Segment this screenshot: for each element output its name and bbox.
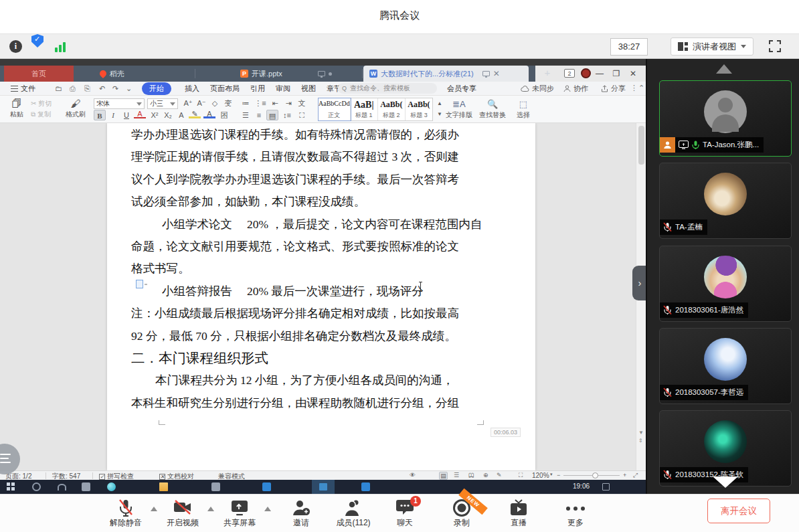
menu-page-layout[interactable]: 页面布局: [210, 84, 240, 94]
collab-button[interactable]: 协作: [563, 84, 588, 94]
participant-tile[interactable]: 2018303057-李哲远: [659, 328, 792, 404]
highlight-button[interactable]: ✎: [189, 110, 201, 118]
file-menu[interactable]: 文件: [11, 84, 35, 94]
ribbon-more-icon[interactable]: ⋮: [630, 84, 638, 92]
paste-button[interactable]: 🗍 粘贴: [5, 98, 28, 119]
style-heading1[interactable]: AaB| 标题 1: [351, 98, 378, 120]
font-name-select[interactable]: 宋体: [94, 98, 145, 109]
bullet-list-icon[interactable]: ≔: [240, 98, 252, 108]
increase-indent-icon[interactable]: ⇥: [282, 98, 294, 108]
decrease-indent-icon[interactable]: ⇤: [269, 98, 281, 108]
zoom-level[interactable]: 120%: [532, 472, 549, 479]
fit-page-icon[interactable]: ⛶: [519, 472, 523, 479]
zoom-in-icon[interactable]: +: [623, 472, 626, 478]
new-tab-button[interactable]: +: [541, 67, 554, 78]
font-size-select[interactable]: 小三: [147, 98, 178, 109]
align-left-icon[interactable]: ☰: [240, 110, 252, 120]
typeset-tool-button[interactable]: ≣A 文字排版: [444, 99, 474, 120]
eye-preview-icon[interactable]: 👁: [410, 472, 416, 478]
app-icon[interactable]: [262, 482, 271, 491]
participant-tile[interactable]: 2018303061-唐浩然: [659, 246, 792, 322]
document-page[interactable]: 学办办理退选该门课程的手续。如有特殊情况需请假的，必须办 理学院正规的请假手续，…: [107, 123, 535, 470]
pin-tab-icon[interactable]: [482, 71, 490, 76]
security-shield-icon[interactable]: [31, 34, 43, 48]
people-icon[interactable]: [58, 484, 66, 491]
zoom-menu-icon[interactable]: ▾: [550, 472, 553, 477]
sidebar-expand-handle[interactable]: ›: [632, 266, 646, 300]
zoom-slider-knob[interactable]: [592, 472, 598, 478]
view-mode-button[interactable]: 演讲者视图: [671, 37, 753, 56]
menu-home[interactable]: 开始: [142, 82, 171, 95]
scroll-page-icon[interactable]: ⇕: [638, 438, 643, 444]
live-stream-button[interactable]: 直播: [495, 499, 543, 529]
wps-account-avatar[interactable]: [581, 68, 591, 78]
menu-references[interactable]: 引用: [250, 84, 265, 94]
search-circle-icon[interactable]: [32, 482, 41, 491]
video-options-arrow[interactable]: [207, 507, 214, 511]
more-button[interactable]: 更多: [551, 499, 600, 529]
cortana-icon[interactable]: [107, 482, 116, 491]
redo-icon[interactable]: ↷: [112, 84, 118, 93]
find-replace-button[interactable]: 🔍 查找替换: [478, 99, 507, 120]
asian-layout-icon[interactable]: 文: [296, 98, 308, 108]
underline-button[interactable]: U: [120, 110, 132, 120]
char-border-icon[interactable]: 囨: [218, 110, 230, 120]
scroll-down-icon[interactable]: ▼: [638, 430, 644, 436]
zoom-out-icon[interactable]: −: [557, 472, 560, 478]
start-video-button[interactable]: 开启视频: [159, 499, 207, 529]
share-button[interactable]: 分享: [601, 84, 626, 94]
leave-meeting-button[interactable]: 离开会议: [707, 499, 770, 523]
decrease-font-icon[interactable]: A⁻: [195, 98, 207, 108]
shading-icon[interactable]: ⛶: [296, 110, 308, 120]
menu-member-exclusive[interactable]: 会员专享: [447, 84, 476, 94]
undo-icon[interactable]: ↶: [99, 84, 105, 93]
format-painter-button[interactable]: 🖌 格式刷: [64, 98, 87, 119]
style-heading2[interactable]: AaBb( 标题 2: [378, 98, 406, 120]
participant-tile[interactable]: TA-Jason.张鹏...: [659, 80, 792, 157]
style-heading3[interactable]: AaBb( 标题 3: [406, 98, 432, 120]
print-preview-icon[interactable]: ⎘: [84, 84, 90, 93]
style-normal[interactable]: AaBbCcDd 正文: [319, 98, 351, 120]
revision-comment-icon[interactable]: [136, 280, 143, 288]
invite-button[interactable]: 邀请: [277, 499, 325, 529]
scrollbar-thumb[interactable]: [638, 126, 644, 165]
save-icon[interactable]: 🗀: [55, 84, 62, 92]
align-center-icon[interactable]: ≡: [253, 110, 265, 120]
menu-view[interactable]: 视图: [301, 84, 316, 94]
app-icon[interactable]: [211, 482, 220, 491]
mic-options-arrow[interactable]: [151, 507, 157, 511]
app-icon[interactable]: [361, 482, 370, 491]
text-color-button[interactable]: A: [203, 110, 215, 118]
collapse-ribbon-icon[interactable]: ⌃: [638, 84, 644, 92]
sync-status[interactable]: 未同步: [521, 84, 554, 94]
share-options-arrow[interactable]: [264, 507, 271, 511]
copy-button[interactable]: ⧉ 复制: [31, 110, 51, 119]
unmute-button[interactable]: 解除静音: [102, 499, 150, 529]
subscript-button[interactable]: X₂: [162, 110, 174, 120]
outline-view-icon[interactable]: ☰: [454, 472, 459, 478]
meeting-info-icon[interactable]: i: [9, 40, 22, 53]
web-view-icon[interactable]: ⊕: [483, 472, 489, 478]
tab-docer[interactable]: 稻壳: [76, 66, 194, 82]
superscript-button[interactable]: X²: [149, 110, 161, 120]
char-effects-button[interactable]: A: [175, 110, 187, 120]
numbered-list-icon[interactable]: ⋮≡: [254, 98, 266, 108]
qat-more-icon[interactable]: ⌄: [126, 84, 132, 93]
maximize-button[interactable]: ❐: [611, 68, 622, 79]
italic-button[interactable]: I: [107, 110, 119, 120]
members-button[interactable]: 成员(112): [329, 499, 377, 529]
tab-wps-home[interactable]: 首页: [4, 66, 74, 82]
participant-tile[interactable]: 2018303152-陈圣钦: [659, 410, 792, 486]
font-color-button[interactable]: A: [134, 110, 146, 118]
close-window-button[interactable]: ✕: [628, 68, 638, 79]
phonetic-guide-icon[interactable]: 变: [222, 98, 234, 108]
bold-button[interactable]: B: [94, 110, 106, 120]
active-app-icon[interactable]: [312, 480, 335, 494]
tab-pptx-document[interactable]: P 开课.pptx: [196, 66, 361, 82]
page-view-icon[interactable]: ▤: [439, 472, 448, 480]
command-search-input[interactable]: 查找命令、搜索模板: [338, 83, 437, 94]
expand-down-arrow[interactable]: [713, 476, 738, 488]
record-button[interactable]: NEW 录制: [438, 499, 486, 529]
menu-review[interactable]: 审阅: [276, 84, 290, 94]
zoom-slider-track[interactable]: [563, 475, 620, 476]
